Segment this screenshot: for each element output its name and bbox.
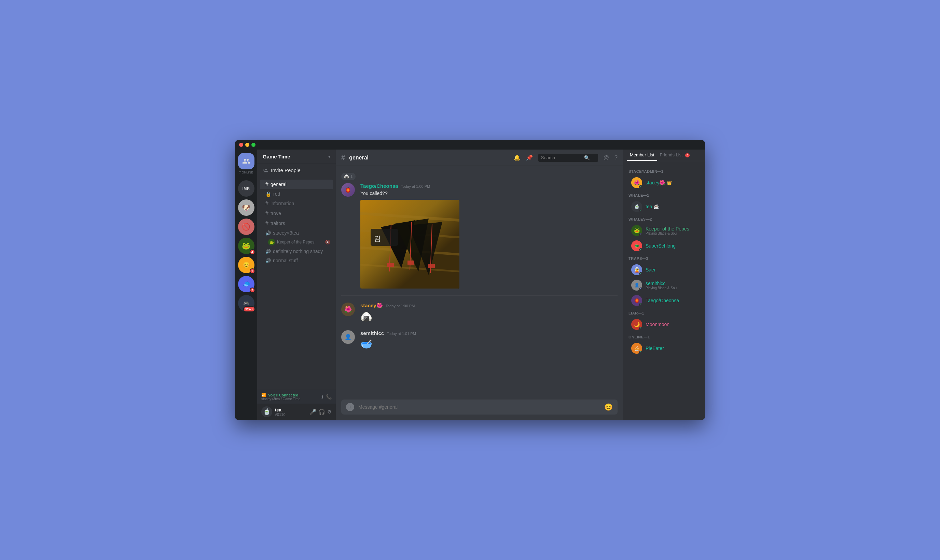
- user-bar: 🍵 tea #0110 🎤 🎧 ⚙: [257, 404, 336, 420]
- message-emoji-3: 🥣: [360, 337, 618, 351]
- channel-sidebar: Game Time ▾ Invite People # general 🔒 re…: [257, 140, 336, 420]
- messages-area: 🍙1 🏮 Taego/Cheonsa Today at 1:00 PM You …: [336, 166, 623, 400]
- member-sub-semithicc: Playing Blade & Soul: [646, 286, 677, 290]
- server-chevron-icon: ▾: [328, 154, 330, 159]
- voice-connected-sub: stacey<3tea / Game Time: [261, 397, 300, 401]
- member-name-taego: Taego/Cheonsa: [646, 298, 679, 303]
- tab-member-list[interactable]: Member List: [627, 149, 657, 161]
- channel-item-trove[interactable]: # trove: [260, 209, 333, 218]
- member-item-stacey[interactable]: 🌺 stacey🌺 👑: [626, 175, 702, 190]
- mic-icon[interactable]: 🎤: [309, 409, 316, 415]
- voice-icon-3: 🔊: [265, 258, 271, 263]
- status-dot-keeper: [639, 233, 642, 236]
- avatar-taego: 🏮: [341, 183, 355, 197]
- user-avatar: 🍵: [261, 406, 272, 417]
- voice-connected-text: 📶 Voice Connected: [261, 393, 300, 397]
- invite-people-button[interactable]: Invite People: [257, 164, 336, 177]
- server-avatar-6[interactable]: 🎮 NEW ↓: [238, 295, 254, 311]
- member-item-semithicc[interactable]: 👤 semithicc Playing Blade & Soul: [626, 278, 702, 292]
- emoji-reaction[interactable]: 🍙1: [341, 173, 355, 180]
- server-avatar-4[interactable]: 😊 1: [238, 257, 254, 273]
- member-avatar-stacey: 🌺: [631, 177, 642, 188]
- food-svg: 김: [360, 200, 459, 289]
- minimize-button[interactable]: [245, 143, 249, 147]
- channel-name-traitors: traitors: [271, 221, 285, 226]
- add-attachment-button[interactable]: +: [346, 403, 354, 411]
- close-button[interactable]: [239, 143, 243, 147]
- message-emoji-2: 🍙: [360, 310, 618, 323]
- search-input[interactable]: [541, 155, 582, 160]
- member-avatar-tea: 🍵: [631, 201, 642, 212]
- member-item-moonmoon[interactable]: 🌙 Moonmoon: [626, 317, 702, 332]
- help-icon[interactable]: ?: [614, 155, 618, 161]
- server-header[interactable]: Game Time ▾: [257, 149, 336, 164]
- channel-item-information[interactable]: # information: [260, 199, 333, 208]
- tab-friends-list[interactable]: Friends List 3: [657, 149, 693, 161]
- headset-icon[interactable]: 🎧: [318, 409, 325, 415]
- hash-icon-information: #: [265, 200, 268, 206]
- message-header-2: stacey🌺 Today at 1:00 PM: [360, 303, 618, 309]
- member-info-semithicc: semithicc Playing Blade & Soul: [646, 281, 677, 290]
- server-icon-main[interactable]: [238, 153, 254, 169]
- member-item-keeper[interactable]: 🐸 Keeper of the Pepes Playing Blade & So…: [626, 223, 702, 238]
- emoji-picker-button[interactable]: 😊: [604, 403, 613, 411]
- message-input[interactable]: [358, 404, 600, 410]
- member-name-saer: Saer: [646, 267, 656, 272]
- message-timestamp-1: Today at 1:00 PM: [401, 185, 431, 188]
- pin-icon[interactable]: 📌: [526, 154, 533, 161]
- voice-phone-icon[interactable]: 📞: [326, 394, 332, 400]
- voice-member-avatar: 🐸: [268, 239, 275, 246]
- badge-5: 2: [250, 288, 255, 293]
- channel-name-general: general: [271, 182, 286, 187]
- bell-icon[interactable]: 🔔: [514, 154, 520, 161]
- svg-rect-15: [408, 260, 414, 265]
- emoji-reaction-area: 🍙1: [336, 171, 623, 182]
- traffic-lights: [239, 143, 255, 147]
- member-sub-keeper: Playing Blade & Soul: [646, 232, 689, 235]
- search-box[interactable]: 🔍: [538, 154, 598, 162]
- settings-icon[interactable]: ⚙: [327, 409, 332, 415]
- message-image-1: 김: [360, 200, 459, 289]
- header-icons: 🔔 📌 🔍 @ ?: [514, 154, 618, 162]
- server-avatar-5[interactable]: 🧢 2: [238, 276, 254, 292]
- voice-connected-bar: 📶 Voice Connected stacey<3tea / Game Tim…: [257, 389, 336, 404]
- voice-member-keeper[interactable]: 🐸 Keeper of the Pepes 🔇: [257, 238, 336, 246]
- section-header-whales2: WHALES—2: [623, 214, 705, 223]
- member-avatar-saer: 🧝: [631, 264, 642, 275]
- message-group-1: 🏮 Taego/Cheonsa Today at 1:00 PM You cal…: [336, 182, 623, 290]
- channel-item-traitors[interactable]: # traitors: [260, 218, 333, 228]
- voice-channel-normal[interactable]: 🔊 normal stuff: [260, 256, 333, 265]
- hash-icon-trove: #: [265, 210, 268, 217]
- member-item-superschlong[interactable]: 🐲 SuperSchlong: [626, 238, 702, 253]
- member-avatar-keeper: 🐸: [631, 225, 642, 236]
- online-count: 7 ONLINE: [239, 171, 253, 174]
- user-name: tea: [275, 408, 307, 412]
- section-header-liar: LIAR—1: [623, 308, 705, 317]
- member-item-taego[interactable]: 🏮 Taego/Cheonsa: [626, 293, 702, 308]
- channel-item-red[interactable]: 🔒 red: [260, 189, 333, 198]
- server-avatar-1[interactable]: 🐶: [238, 199, 254, 216]
- server-icon-imr[interactable]: IMR: [238, 180, 254, 197]
- server-avatar-2[interactable]: 🚫: [238, 218, 254, 235]
- voice-channel-shady[interactable]: 🔊 definitely nothing shady: [260, 247, 333, 256]
- imr-label: IMR: [243, 186, 250, 191]
- chat-channel-name: general: [349, 155, 369, 161]
- add-member-icon: [263, 168, 268, 173]
- member-item-saer[interactable]: 🧝 Saer: [626, 262, 702, 277]
- member-item-pieeater[interactable]: 🥧 PieEater: [626, 341, 702, 356]
- voice-channel-stacey3tea[interactable]: 🔊 stacey<3tea: [260, 228, 333, 237]
- chat-header: # general 🔔 📌 🔍 @ ?: [336, 149, 623, 166]
- member-name-stacey-wrapper: stacey🌺 👑: [646, 180, 672, 186]
- signal-icon: 📶: [261, 393, 266, 397]
- server-avatar-3[interactable]: 🐸 4: [238, 238, 254, 254]
- maximize-button[interactable]: [251, 143, 255, 147]
- message-content-3: semithicc Today at 1:01 PM 🥣: [360, 330, 618, 351]
- invite-people-label: Invite People: [271, 167, 301, 173]
- member-name-stacey: stacey🌺: [646, 180, 665, 185]
- mention-icon[interactable]: @: [603, 155, 609, 161]
- avatar-stacey: 🌺: [341, 303, 355, 316]
- member-item-tea[interactable]: 🍵 tea ☕: [626, 199, 702, 214]
- channel-item-general[interactable]: # general: [260, 180, 333, 189]
- member-avatar-moonmoon: 🌙: [631, 319, 642, 330]
- voice-info-icon[interactable]: ℹ: [322, 394, 323, 400]
